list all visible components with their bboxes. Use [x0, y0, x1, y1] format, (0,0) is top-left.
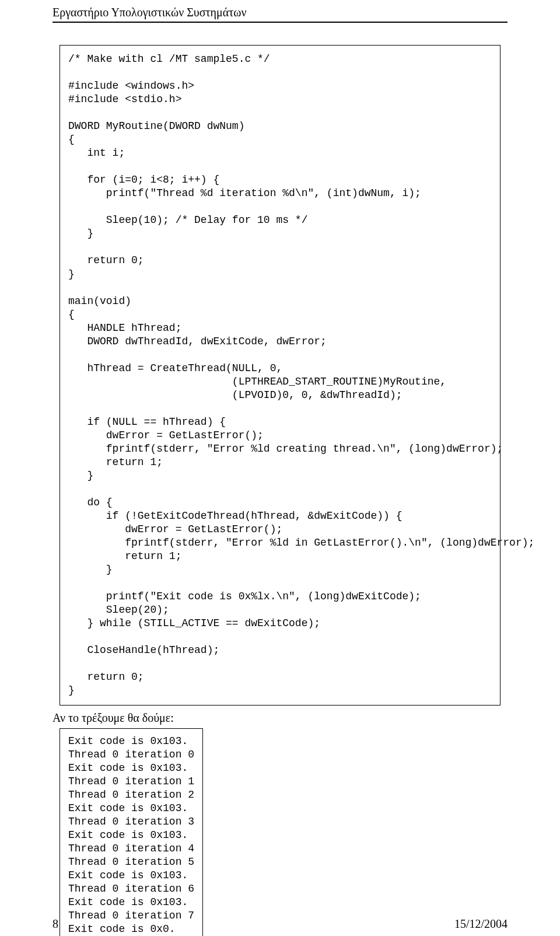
- code-listing-box: /* Make with cl /MT sample5.c */ #includ…: [60, 45, 501, 706]
- code-listing: /* Make with cl /MT sample5.c */ #includ…: [68, 53, 492, 698]
- page-root: Εργαστήριο Υπολογιστικών Συστημάτων /* M…: [0, 0, 560, 936]
- run-result-intro: Αν το τρέξουμε θα δούμε:: [52, 711, 508, 725]
- page-number: 8: [52, 917, 58, 931]
- program-output: Exit code is 0x103. Thread 0 iteration 0…: [68, 735, 194, 936]
- program-output-box: Exit code is 0x103. Thread 0 iteration 0…: [60, 728, 203, 937]
- page-title: Εργαστήριο Υπολογιστικών Συστημάτων: [52, 0, 508, 23]
- page-footer: 8 15/12/2004: [52, 917, 508, 931]
- footer-date: 15/12/2004: [454, 917, 508, 931]
